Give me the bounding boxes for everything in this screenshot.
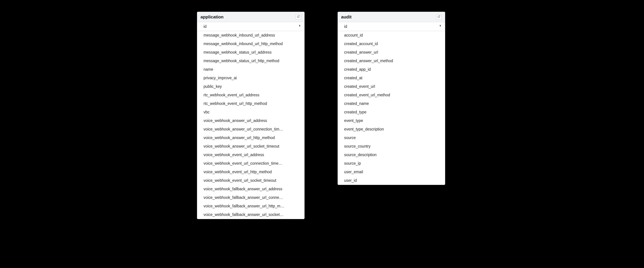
expand-button[interactable] [436,14,442,20]
field-label: voice_webhook_fallback_answer_url_socket… [204,212,301,217]
field-label: source_description [344,153,442,157]
field-row[interactable]: voice_webhook_fallback_answer_url_conne… [197,193,304,202]
field-label: voice_webhook_answer_url_connection_tim… [204,127,301,132]
field-label: account_id [344,33,442,37]
field-row[interactable]: event_type [338,117,445,125]
field-row-pk[interactable]: id [338,22,445,31]
field-label: created_name [344,101,442,106]
field-label: voice_webhook_event_url_socket_timeout [204,178,301,183]
field-row[interactable]: message_webhook_inbound_url_address [197,31,304,39]
field-row[interactable]: vbc [197,108,304,117]
field-label: voice_webhook_fallback_answer_url_http_m… [204,204,301,208]
external-link-icon [438,15,440,19]
key-icon [298,24,301,29]
table-card-audit: audit id account_id created_account_id c… [338,12,445,185]
field-label: voice_webhook_event_url_http_method [204,170,301,174]
field-label: voice_webhook_answer_url_http_method [204,135,301,140]
field-label: voice_webhook_answer_url_socket_timeout [204,144,301,148]
field-label: created_at [344,76,442,80]
field-label: message_webhook_inbound_url_address [204,33,301,37]
field-row[interactable]: created_type [338,108,445,117]
field-label: voice_webhook_fallback_answer_url_conne… [204,195,301,200]
field-row[interactable]: created_account_id [338,39,445,48]
field-label: created_app_id [344,67,442,72]
field-label: event_type_description [344,127,442,132]
field-row[interactable]: rtc_webhook_event_url_address [197,91,304,99]
field-label: name [204,67,301,72]
field-row[interactable]: message_webhook_inbound_url_http_method [197,39,304,48]
svg-rect-2 [300,26,300,27]
field-row[interactable]: created_event_url_method [338,91,445,99]
svg-rect-5 [440,26,441,27]
field-row[interactable]: voice_webhook_event_url_http_method [197,168,304,176]
field-row[interactable]: public_key [197,82,304,91]
field-row[interactable]: voice_webhook_answer_url_connection_tim… [197,125,304,134]
field-label: user_id [344,178,442,183]
field-label: rtc_webhook_event_url_address [204,93,301,97]
field-row[interactable]: voice_webhook_event_url_address [197,150,304,159]
field-row[interactable]: created_answer_url [338,48,445,57]
field-row[interactable]: user_id [338,176,445,185]
field-label: created_type [344,110,442,114]
field-label: source_ip [344,161,442,166]
field-row[interactable]: created_answer_url_method [338,57,445,65]
field-label: created_account_id [344,41,442,46]
field-row[interactable]: created_app_id [338,65,445,74]
field-row[interactable]: voice_webhook_fallback_answer_url_socket… [197,210,304,219]
field-label: created_answer_url_method [344,59,442,63]
field-row[interactable]: voice_webhook_event_url_socket_timeout [197,176,304,185]
field-row[interactable]: account_id [338,31,445,39]
field-row[interactable]: event_type_description [338,125,445,134]
expand-button[interactable] [296,14,301,20]
field-label: message_webhook_inbound_url_http_method [204,41,301,46]
table-header: application [197,12,304,22]
field-label: id [344,24,439,29]
field-row[interactable]: source_ip [338,159,445,168]
key-icon [439,24,442,29]
field-label: voice_webhook_fallback_answer_url_addres… [204,187,301,191]
field-row-pk[interactable]: id [197,22,304,31]
external-link-icon [297,15,300,19]
field-row[interactable]: message_webhook_status_url_address [197,48,304,57]
field-row[interactable]: voice_webhook_fallback_answer_url_addres… [197,185,304,193]
field-row[interactable]: message_webhook_status_url_http_method [197,57,304,65]
field-label: message_webhook_status_url_http_method [204,59,301,63]
field-label: rtc_webhook_event_url_http_method [204,101,301,106]
field-label: vbc [204,110,301,114]
field-row[interactable]: voice_webhook_event_url_connection_time… [197,159,304,168]
svg-point-0 [299,25,300,26]
field-label: privacy_improve_ai [204,76,301,80]
table-title: audit [341,14,352,20]
field-row[interactable]: name [197,65,304,74]
field-label: message_webhook_status_url_address [204,50,301,55]
field-label: source [344,135,442,140]
field-label: created_event_url_method [344,93,442,97]
svg-point-3 [440,25,441,26]
field-label: id [204,24,298,29]
field-row[interactable]: created_at [338,74,445,82]
field-row[interactable]: source [338,134,445,142]
field-label: event_type [344,119,442,123]
field-label: voice_webhook_event_url_address [204,153,301,157]
table-header: audit [338,12,445,22]
field-label: user_email [344,170,442,174]
field-label: source_country [344,144,442,148]
table-card-application: application id message_webhook_inbound_u… [197,12,304,219]
field-row[interactable]: created_event_url [338,82,445,91]
field-row[interactable]: voice_webhook_fallback_answer_url_http_m… [197,202,304,210]
field-row[interactable]: created_name [338,99,445,108]
field-row[interactable]: voice_webhook_answer_url_http_method [197,134,304,142]
svg-rect-1 [300,26,300,27]
field-label: created_answer_url [344,50,442,55]
field-label: voice_webhook_answer_url_address [204,119,301,123]
table-title: application [200,14,224,20]
field-row[interactable]: source_country [338,142,445,150]
field-row[interactable]: user_email [338,168,445,176]
field-row[interactable]: rtc_webhook_event_url_http_method [197,99,304,108]
field-row[interactable]: privacy_improve_ai [197,74,304,82]
field-label: created_event_url [344,84,442,89]
field-row[interactable]: voice_webhook_answer_url_socket_timeout [197,142,304,150]
field-row[interactable]: voice_webhook_answer_url_address [197,117,304,125]
field-label: voice_webhook_event_url_connection_time… [204,161,301,166]
field-row[interactable]: source_description [338,150,445,159]
